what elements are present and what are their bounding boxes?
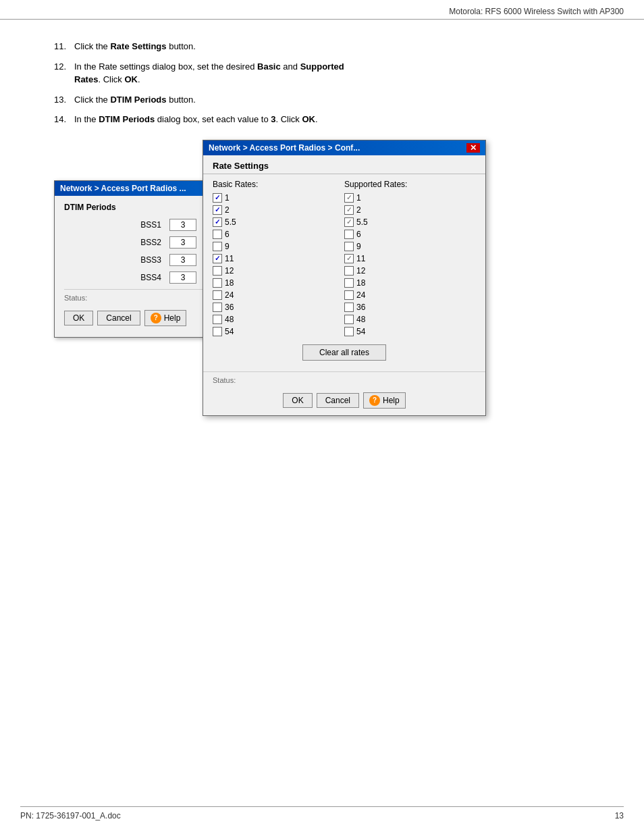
rate-basic-cb-48[interactable] — [213, 315, 222, 324]
rate-title-bar: Network > Access Port Radios > Conf... ✕ — [203, 140, 485, 155]
step-14-text: In the DTIM Periods dialog box, set each… — [74, 113, 603, 126]
rate-basic-val-36: 36 — [225, 303, 234, 312]
dtim-ok-button[interactable]: OK — [64, 311, 93, 325]
rate-basic-row-11: 11 — [213, 254, 344, 263]
rate-sup-row-12: 12 — [344, 266, 476, 276]
rate-basic-cb-18[interactable] — [213, 278, 222, 288]
step-list: 11. Click the Rate Settings button. 12. … — [54, 40, 603, 126]
rate-basic-cb-12[interactable] — [213, 266, 222, 276]
rate-ok-button[interactable]: OK — [283, 393, 312, 408]
dtim-title-text: Network > Access Port Radios ... — [60, 184, 186, 193]
rate-sup-row-24: 24 — [344, 290, 476, 300]
step-13: 13. Click the DTIM Periods button. — [54, 93, 603, 107]
dtim-help-button[interactable]: ? Help — [144, 310, 187, 326]
rate-sup-cb-6[interactable] — [344, 230, 354, 239]
dtim-help-icon: ? — [151, 313, 161, 323]
rate-help-icon: ? — [369, 395, 380, 406]
dtim-cancel-button[interactable]: Cancel — [97, 311, 140, 325]
dtim-bss4-input[interactable] — [169, 271, 196, 284]
rate-sup-cb-36[interactable] — [344, 303, 354, 312]
rate-sup-cb-9[interactable] — [344, 242, 354, 251]
rate-sup-val-1: 1 — [356, 193, 361, 203]
step-11-bold: Rate Settings — [110, 41, 166, 51]
rate-basic-cb-55[interactable] — [213, 217, 222, 227]
rate-sup-val-11: 11 — [356, 254, 365, 263]
rate-basic-cb-11[interactable] — [213, 254, 222, 263]
rate-sup-row-48: 48 — [344, 315, 476, 324]
rate-columns: Basic Rates: 1 2 5.5 — [203, 180, 485, 339]
rate-sup-cb-54[interactable] — [344, 327, 354, 336]
rate-sup-row-36: 36 — [344, 303, 476, 312]
rate-sup-cb-1[interactable] — [344, 193, 354, 203]
rate-basic-val-6: 6 — [225, 230, 230, 239]
rate-basic-cb-1[interactable] — [213, 193, 222, 203]
rate-status-label: Status: — [213, 376, 236, 384]
rate-sup-cb-11[interactable] — [344, 254, 354, 263]
footer-page: 13 — [615, 811, 624, 820]
rate-basic-row-24: 24 — [213, 290, 344, 300]
rate-basic-val-2: 2 — [225, 205, 230, 215]
rate-basic-cb-36[interactable] — [213, 303, 222, 312]
rate-sup-val-55: 5.5 — [356, 217, 368, 227]
rate-close-button[interactable]: ✕ — [466, 143, 480, 153]
rate-title-text: Network > Access Port Radios > Conf... — [209, 143, 360, 153]
dtim-bss2-input[interactable] — [169, 236, 196, 249]
rate-sup-row-2: 2 — [344, 205, 476, 215]
page-header: Motorola: RFS 6000 Wireless Switch with … — [0, 0, 644, 20]
rate-basic-cb-54[interactable] — [213, 327, 222, 336]
clear-btn-row: Clear all rates — [203, 339, 485, 363]
dtim-status-label: Status: — [64, 294, 87, 302]
rate-body: Basic Rates: 1 2 5.5 — [203, 180, 485, 369]
step-14-bold1: DTIM Periods — [99, 114, 155, 124]
dtim-bss1-label: BSS1 — [114, 220, 161, 230]
rate-help-button[interactable]: ? Help — [363, 392, 406, 409]
footer-pn: PN: 1725-36197-001_A.doc — [20, 811, 121, 820]
clear-all-rates-button[interactable]: Clear all rates — [302, 344, 386, 361]
rate-basic-cb-6[interactable] — [213, 230, 222, 239]
rate-basic-cb-2[interactable] — [213, 205, 222, 215]
rate-sup-row-54: 54 — [344, 327, 476, 336]
rate-sup-cb-55[interactable] — [344, 217, 354, 227]
rate-basic-val-9: 9 — [225, 242, 230, 251]
step-14-num: 14. — [54, 113, 74, 126]
rate-basic-val-48: 48 — [225, 315, 234, 324]
rate-sup-cb-24[interactable] — [344, 290, 354, 300]
rate-sup-cb-18[interactable] — [344, 278, 354, 288]
rate-basic-row-18: 18 — [213, 278, 344, 288]
rate-basic-row-12: 12 — [213, 266, 344, 276]
rate-basic-header: Basic Rates: — [213, 180, 344, 189]
rate-sup-val-6: 6 — [356, 230, 361, 239]
step-11-text: Click the Rate Settings button. — [74, 40, 603, 53]
rate-sup-val-36: 36 — [356, 303, 365, 312]
rate-sup-row-9: 9 — [344, 242, 476, 251]
rate-basic-val-24: 24 — [225, 290, 234, 300]
rate-sup-cb-12[interactable] — [344, 266, 354, 276]
header-title: Motorola: RFS 6000 Wireless Switch with … — [449, 7, 624, 16]
rate-sup-val-18: 18 — [356, 278, 365, 288]
dtim-bss3-input[interactable] — [169, 254, 196, 266]
step-13-text: Click the DTIM Periods button. — [74, 93, 603, 107]
dtim-bss1-input[interactable] — [169, 219, 196, 231]
rate-basic-row-1: 1 — [213, 193, 344, 203]
rate-basic-cb-9[interactable] — [213, 242, 222, 251]
rate-basic-cb-24[interactable] — [213, 290, 222, 300]
rate-sup-row-11: 11 — [344, 254, 476, 263]
rate-sup-row-18: 18 — [344, 278, 476, 288]
rate-basic-row-54: 54 — [213, 327, 344, 336]
rate-sup-row-6: 6 — [344, 230, 476, 239]
rate-basic-val-18: 18 — [225, 278, 234, 288]
rate-sup-cb-2[interactable] — [344, 205, 354, 215]
rate-cancel-button[interactable]: Cancel — [317, 393, 359, 408]
rate-basic-val-54: 54 — [225, 327, 234, 336]
rate-dialog-buttons: OK Cancel ? Help — [203, 387, 485, 415]
rate-sup-val-54: 54 — [356, 327, 365, 336]
rate-basic-row-55: 5.5 — [213, 217, 344, 227]
rate-basic-row-9: 9 — [213, 242, 344, 251]
rate-sup-cb-48[interactable] — [344, 315, 354, 324]
main-content: 11. Click the Rate Settings button. 12. … — [0, 20, 644, 444]
step-12-ok: OK — [124, 74, 138, 84]
rate-basic-row-36: 36 — [213, 303, 344, 312]
rate-basic-row-2: 2 — [213, 205, 344, 215]
rate-sup-row-55: 5.5 — [344, 217, 476, 227]
step-12-bold2: SupportedRates — [74, 61, 344, 85]
